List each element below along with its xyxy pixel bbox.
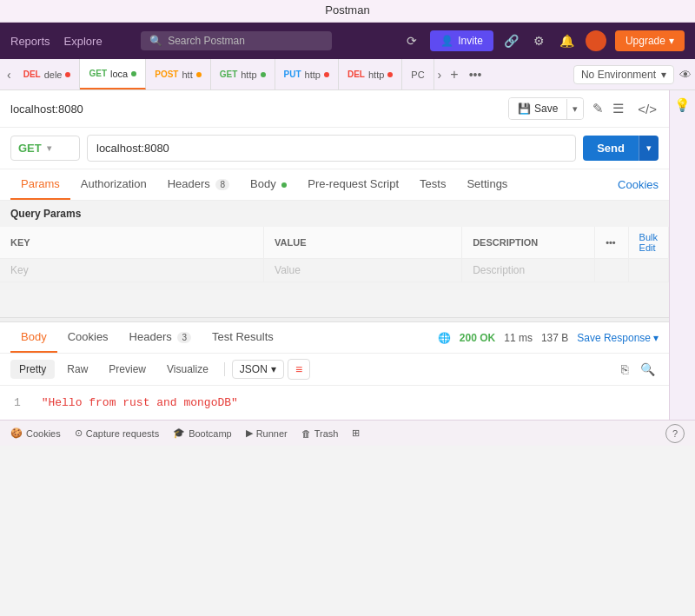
upgrade-button[interactable]: Upgrade ▾ <box>615 30 685 51</box>
sync-icon[interactable]: ⟳ <box>402 31 421 50</box>
bell-icon[interactable]: 🔔 <box>558 31 577 50</box>
tab-settings[interactable]: Settings <box>456 169 518 200</box>
response-status: 200 OK <box>460 332 495 344</box>
params-table: KEY VALUE DESCRIPTION ••• Bulk Edit Key … <box>0 227 669 282</box>
status-runner[interactable]: ▶ Runner <box>246 427 288 439</box>
side-panel: 💡 <box>669 90 695 420</box>
help-button[interactable]: ? <box>665 424 685 443</box>
runner-label: Runner <box>256 428 288 439</box>
app-title: Postman <box>325 3 369 17</box>
code-icon-button[interactable]: </> <box>636 100 659 118</box>
fmt-visualize[interactable]: Visualize <box>158 360 217 379</box>
url-input[interactable] <box>87 135 576 162</box>
url-label: localhost:8080 <box>10 103 501 116</box>
environment-selector[interactable]: No Environment ▾ <box>573 65 674 84</box>
tab-pc[interactable]: PC <box>402 59 434 89</box>
tab-label: htt <box>182 70 192 80</box>
add-tab-button[interactable]: + <box>445 67 463 83</box>
code-value: "Hello from rust and mongoDB" <box>42 396 238 409</box>
tab-label: http <box>368 70 384 80</box>
tab-pre-request[interactable]: Pre-request Script <box>297 169 409 200</box>
response-tabs-bar: Body Cookies Headers 3 Test Results 🌐 20… <box>0 322 669 354</box>
value-cell[interactable]: Value <box>264 259 462 282</box>
tab-next-button[interactable]: › <box>434 68 446 82</box>
nav-explore[interactable]: Explore <box>64 35 103 48</box>
save-button[interactable]: 💾 Save <box>509 98 566 119</box>
bootcamp-icon: 🎓 <box>173 427 185 439</box>
tab-put-http[interactable]: PUT http <box>275 59 339 89</box>
response-time: 11 ms <box>504 332 533 344</box>
copy-button[interactable]: ⎘ <box>618 361 632 378</box>
user-plus-icon: 👤 <box>440 35 453 47</box>
resp-tab-test-results[interactable]: Test Results <box>202 322 284 353</box>
empty-cell2 <box>628 259 668 282</box>
fmt-raw[interactable]: Raw <box>58 360 96 379</box>
request-tabs: Params Authorization Headers 8 Body Pre-… <box>0 169 669 201</box>
layout-icon: ⊞ <box>352 427 360 439</box>
invite-button[interactable]: 👤 Invite <box>430 30 493 51</box>
method-selector[interactable]: GET ▾ <box>10 136 80 161</box>
send-button[interactable]: Send <box>583 136 639 161</box>
resp-tab-headers[interactable]: Headers 3 <box>119 322 202 353</box>
main-panel: localhost:8080 💾 Save ▾ ✎ ☰ </> GET ▾ <box>0 90 669 420</box>
json-label: JSON <box>240 363 268 375</box>
link-icon[interactable]: 🔗 <box>502 31 521 50</box>
json-selector[interactable]: JSON ▾ <box>232 360 284 379</box>
fmt-preview[interactable]: Preview <box>100 360 155 379</box>
desc-cell[interactable]: Description <box>462 259 595 282</box>
tab-params[interactable]: Params <box>10 169 70 200</box>
tab-del-dele[interactable]: DEL dele <box>15 59 81 89</box>
send-dropdown-button[interactable]: ▾ <box>639 136 659 161</box>
save-response-button[interactable]: Save Response ▾ <box>577 332 659 344</box>
tab-tests[interactable]: Tests <box>409 169 456 200</box>
tab-get-loca[interactable]: GET loca <box>80 59 146 89</box>
avatar[interactable] <box>586 30 606 51</box>
search-bar[interactable]: 🔍 Search Postman <box>141 31 332 50</box>
tab-body[interactable]: Body <box>240 169 297 200</box>
sidebar-icon-button[interactable]: 💡 <box>674 97 691 113</box>
trash-label: Trash <box>314 428 339 439</box>
status-cookies[interactable]: 🍪 Cookies <box>10 427 61 439</box>
status-trash[interactable]: 🗑 Trash <box>301 428 339 439</box>
cookies-icon: 🍪 <box>10 427 23 439</box>
status-layout[interactable]: ⊞ <box>352 427 360 439</box>
resp-tab-body[interactable]: Body <box>10 322 57 353</box>
status-bar: 🍪 Cookies ⊙ Capture requests 🎓 Bootcamp … <box>0 420 695 446</box>
tab-del-http2[interactable]: DEL http <box>339 59 402 89</box>
search-response-button[interactable]: 🔍 <box>637 361 659 378</box>
gear-icon[interactable]: ⚙ <box>530 31 549 50</box>
tab-post-htt[interactable]: POST htt <box>146 59 210 89</box>
resp-tab-cookies[interactable]: Cookies <box>57 322 119 353</box>
top-nav: Reports Explore 🔍 Search Postman ⟳ 👤 Inv… <box>0 23 695 59</box>
key-cell[interactable]: Key <box>0 259 264 282</box>
chevron-down-icon: ▾ <box>661 69 666 81</box>
method-chevron: ▾ <box>47 143 51 153</box>
tab-label: http <box>305 70 321 80</box>
headers-badge: 3 <box>177 332 191 343</box>
edit-icon-button[interactable]: ✎ <box>591 99 606 118</box>
status-capture[interactable]: ⊙ Capture requests <box>75 427 159 439</box>
wrap-button[interactable]: ≡ <box>288 359 310 380</box>
save-button-group: 💾 Save ▾ <box>508 97 584 120</box>
nav-left: Reports Explore <box>10 35 103 48</box>
comment-icon-button[interactable]: ☰ <box>611 99 626 118</box>
bulk-edit-label[interactable]: Bulk Edit <box>639 232 658 253</box>
nav-reports[interactable]: Reports <box>10 35 50 48</box>
status-bootcamp[interactable]: 🎓 Bootcamp <box>173 427 232 439</box>
title-bar: Postman <box>0 0 695 23</box>
tab-label: PC <box>411 70 424 80</box>
tab-headers[interactable]: Headers 8 <box>157 169 240 200</box>
chevron-down-icon: ▾ <box>653 332 659 344</box>
send-button-group: Send ▾ <box>583 136 659 161</box>
tab-authorization[interactable]: Authorization <box>70 169 157 200</box>
env-eye-button[interactable]: 👁 <box>679 68 692 82</box>
tab-prev-button[interactable]: ‹ <box>3 68 15 82</box>
cookies-button[interactable]: Cookies <box>618 178 659 191</box>
save-dropdown-button[interactable]: ▾ <box>566 99 583 119</box>
trash-icon: 🗑 <box>301 428 311 439</box>
search-placeholder: Search Postman <box>168 35 245 47</box>
upgrade-label: Upgrade <box>626 35 665 47</box>
tab-get-http[interactable]: GET http <box>211 59 275 89</box>
fmt-pretty[interactable]: Pretty <box>10 360 55 379</box>
more-tabs-button[interactable]: ••• <box>464 68 487 82</box>
